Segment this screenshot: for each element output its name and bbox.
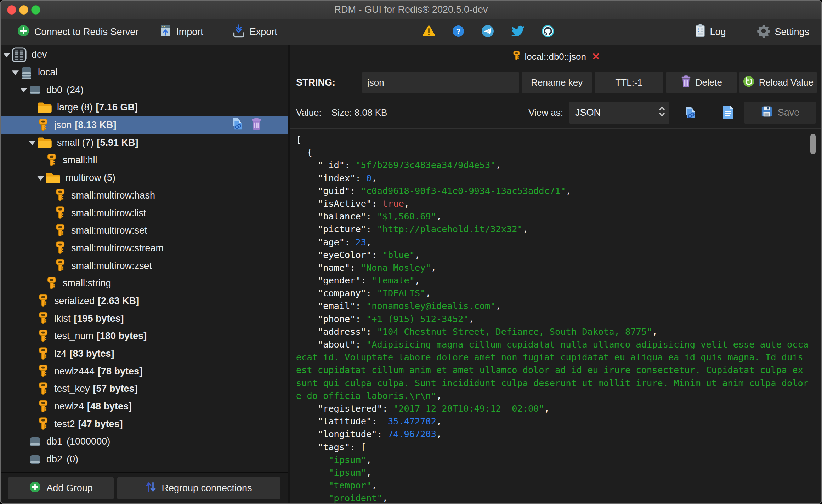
json-line: "picture": "http://placehold.it/32x32", [296,223,821,236]
tree-item-label: newlz4 [54,401,84,412]
tree-item-small-7-[interactable]: small (7)[5.91 KB] [1,134,288,151]
toolbar-left: Connect to Redis Server Import Export [1,19,290,45]
tree-item-label: small:multirow:hash [71,190,155,201]
telegram-icon[interactable] [481,24,494,39]
tree-item-count: (24) [67,85,84,96]
tree-item-small-multirow-set[interactable]: small:multirow:set [1,222,288,240]
tree-item-small-multirow-hash[interactable]: small:multirow:hash [1,187,288,205]
expand-arrow-icon[interactable] [29,141,36,145]
add-group-button[interactable]: Add Group [8,477,114,499]
expand-arrow-icon[interactable] [20,88,27,92]
key-operations-row: STRING: Rename key TTL:-1 Delete Reload … [290,68,821,97]
content-pane: local::db0::json ✕ STRING: Rename key TT… [290,45,821,503]
copy-key-icon[interactable] [230,117,244,133]
tree-item-label: small:string [63,278,111,289]
tree-item-db2[interactable]: db2(0) [1,451,288,468]
key-icon [37,400,50,414]
editor-scrollbar[interactable] [810,134,816,154]
floppy-disk-icon [761,105,773,120]
delete-key-icon[interactable] [251,117,262,133]
tree-item-lz4[interactable]: lz4[83 bytes] [1,345,288,363]
tree-item-lkist[interactable]: lkist[195 bytes] [1,310,288,327]
github-icon[interactable] [541,24,555,39]
toolbar-right: ? Log Settings [290,19,821,45]
tree-item-small-multirow-zset[interactable]: small:multirow:zset [1,257,288,275]
import-button[interactable]: Import [159,24,203,40]
value-editor[interactable]: [ { "_id": "5f7b26973c483ea3479d4e53", "… [290,128,821,503]
tree-item-db0[interactable]: db0(24) [1,81,288,99]
toolbar-status-icons: ? [422,24,555,39]
key-icon [37,364,50,378]
tree-item-test-num[interactable]: test_num[180 bytes] [1,327,288,345]
tab-key-name[interactable]: local::db0::json [525,51,586,62]
value-controls-row: Value: Size: 8.08 KB View as: JSON Save [290,97,821,128]
export-button[interactable]: Export [232,24,277,40]
tree-item-label: small:multirow:stream [71,243,164,254]
expand-arrow-icon[interactable] [37,176,44,181]
tree-item-json[interactable]: json[8.13 KB] [1,116,288,134]
tree-item-size: [47 bytes] [78,419,123,430]
json-line: "registered": "2017-12-28T10:49:12 -02:0… [296,402,821,415]
log-label: Log [710,27,726,38]
tree-item-size: [57 bytes] [93,383,138,394]
export-label: Export [250,27,277,38]
log-button[interactable]: Log [695,24,726,40]
tree-item-test2[interactable]: test2[47 bytes] [1,415,288,433]
tree-item-newlz444[interactable]: newlz444[78 bytes] [1,362,288,380]
save-button[interactable]: Save [744,102,816,124]
tree-item-newlz4[interactable]: newlz4[48 bytes] [1,398,288,416]
sidebar-footer: Add Group Regroup connections [1,472,288,503]
json-line: "about": "Adipisicing magna cillum cupid… [296,338,821,351]
key-icon [45,153,58,167]
tree-item-small-string[interactable]: small:string [1,275,288,292]
tree-item-count: (1000000) [67,436,110,447]
tree-item-small-multirow-stream[interactable]: small:multirow:stream [1,240,288,257]
tree-item-label: small:hll [63,155,97,166]
expand-arrow-icon[interactable] [3,53,10,57]
twitter-icon[interactable] [511,25,525,39]
help-icon[interactable]: ? [452,25,465,39]
regroup-connections-button[interactable]: Regroup connections [117,477,280,499]
tree-item-dev[interactable]: dev [1,46,288,64]
view-as-text-icon[interactable] [722,105,735,120]
connect-to-redis-server-button[interactable]: Connect to Redis Server [17,24,138,40]
warning-icon[interactable] [422,25,436,39]
copy-value-icon[interactable] [683,105,697,120]
tree-item-size: [2.63 KB] [98,296,139,307]
tree-item-serialized[interactable]: serialized[2.63 KB] [1,292,288,310]
tree-item-test-key[interactable]: test_key[57 bytes] [1,380,288,398]
close-window-button[interactable] [7,5,16,15]
rename-key-button[interactable]: Rename key [522,72,592,93]
key-type-label: STRING: [296,77,362,88]
tree-item-large-8-[interactable]: large (8)[7.16 GB] [1,99,288,116]
zoom-window-button[interactable] [31,5,40,15]
key-icon [54,259,67,273]
tree-item-label: test2 [54,419,75,430]
reload-value-label: Reload Value [759,77,814,88]
settings-button[interactable]: Settings [757,24,809,40]
tree-item-size: [48 bytes] [87,401,132,412]
reload-value-button[interactable]: Reload Value [739,72,817,93]
json-line: "proident", [296,492,821,503]
key-name-input[interactable] [362,72,519,93]
expand-arrow-icon[interactable] [12,70,19,75]
app-window: RDM - GUI for Redis® 2020.5.0-dev Connec… [0,0,822,504]
tree-item-db1[interactable]: db1(1000000) [1,433,288,451]
gear-icon [757,24,770,40]
json-line: "tags": [ [296,441,821,454]
tree-item-small-hll[interactable]: small:hll [1,151,288,169]
tab-close-icon[interactable]: ✕ [592,52,600,62]
tree-item-local[interactable]: local [1,64,288,81]
tree-item-size: [5.91 KB] [97,137,138,148]
ttl-label: TTL:-1 [615,77,642,88]
tree-item-size: [8.13 KB] [75,120,117,131]
view-format-select[interactable]: JSON [569,102,669,124]
tree-item-small-multirow-list[interactable]: small:multirow:list [1,204,288,222]
delete-key-button[interactable]: Delete [666,72,737,93]
minimize-window-button[interactable] [19,5,28,15]
ttl-button[interactable]: TTL:-1 [595,72,664,93]
tree-item-multirow-5-[interactable]: multirow (5) [1,169,288,187]
tab-bar: local::db0::json ✕ [290,45,821,68]
json-line: "ipsum", [296,466,821,479]
delete-key-label: Delete [696,77,722,88]
